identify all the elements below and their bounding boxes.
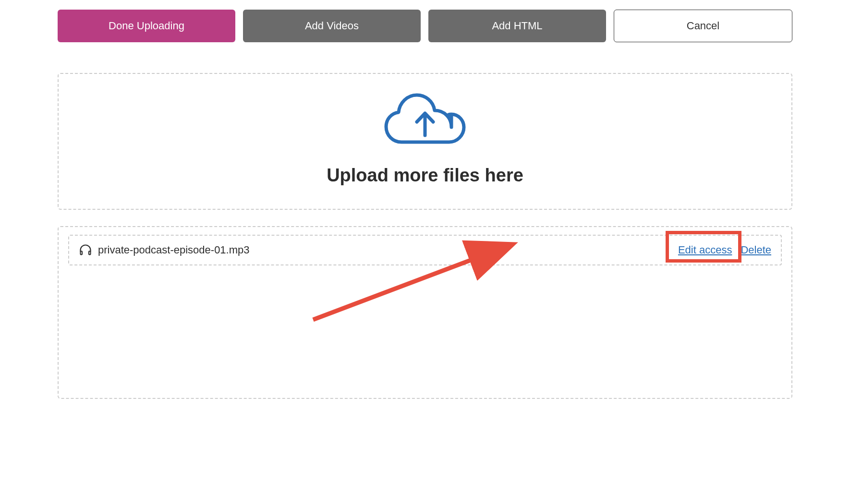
add-html-button[interactable]: Add HTML (428, 10, 606, 42)
upload-dropzone[interactable]: Upload more files here (58, 73, 792, 210)
dropzone-title: Upload more files here (68, 165, 782, 186)
headphones-icon (79, 243, 92, 257)
file-actions: Edit access Delete (678, 244, 771, 256)
delete-link[interactable]: Delete (741, 244, 771, 256)
done-uploading-button[interactable]: Done Uploading (58, 10, 235, 42)
cloud-upload-icon (379, 91, 471, 156)
file-list: private-podcast-episode-01.mp3 Edit acce… (58, 226, 792, 399)
toolbar: Done Uploading Add Videos Add HTML Cance… (58, 10, 792, 42)
cancel-button[interactable]: Cancel (614, 10, 792, 42)
edit-access-link[interactable]: Edit access (678, 244, 732, 256)
file-name: private-podcast-episode-01.mp3 (98, 244, 678, 256)
add-videos-button[interactable]: Add Videos (243, 10, 421, 42)
file-row: private-podcast-episode-01.mp3 Edit acce… (68, 235, 782, 265)
